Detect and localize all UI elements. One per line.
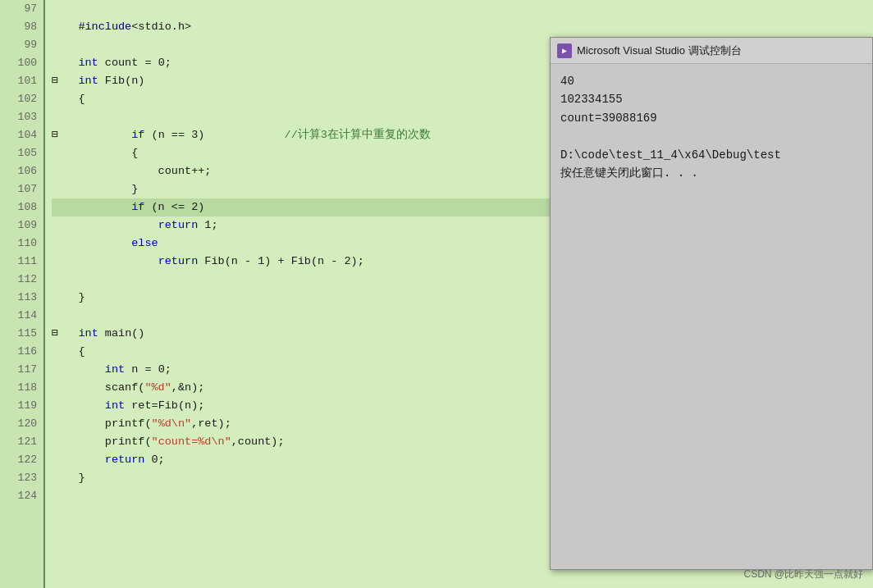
line-number: 106 bbox=[0, 162, 43, 180]
debug-output-line bbox=[560, 127, 862, 145]
line-number: 110 bbox=[0, 235, 43, 253]
debug-console: ▶ Microsoft Visual Studio 调试控制台 40102334… bbox=[550, 37, 873, 570]
line-number: 108 bbox=[0, 198, 43, 217]
line-number: 105 bbox=[0, 144, 43, 162]
line-number: 104 bbox=[0, 126, 43, 144]
code-line bbox=[52, 271, 550, 289]
code-line: int ret=Fib(n); bbox=[52, 397, 550, 415]
line-numbers: 9798991001011021031041051061071081091101… bbox=[0, 0, 45, 588]
debug-output-line: 按任意键关闭此窗口. . . bbox=[560, 164, 862, 182]
code-line: int n = 0; bbox=[52, 361, 550, 379]
debug-output-line: D:\code\test_11_4\x64\Debug\test bbox=[560, 146, 862, 164]
code-line: { bbox=[52, 144, 550, 162]
line-number: 114 bbox=[0, 307, 43, 325]
code-line: #include<stdio.h> bbox=[52, 18, 550, 36]
code-line: printf("count=%d\n",count); bbox=[52, 433, 550, 451]
debug-output: 40102334155count=39088169 D:\code\test_1… bbox=[551, 64, 872, 569]
line-number: 107 bbox=[0, 180, 43, 198]
line-number: 116 bbox=[0, 343, 43, 361]
code-line: printf("%d\n",ret); bbox=[52, 415, 550, 433]
code-line: } bbox=[52, 180, 550, 198]
code-line: { bbox=[52, 343, 550, 361]
line-number: 123 bbox=[0, 469, 43, 487]
code-line: return 1; bbox=[52, 217, 550, 235]
code-line bbox=[52, 487, 550, 505]
line-number: 98 bbox=[0, 18, 43, 36]
code-lines: #include<stdio.h> int count = 0;⊟ int Fi… bbox=[45, 0, 550, 588]
line-number: 101 bbox=[0, 72, 43, 90]
line-number: 102 bbox=[0, 90, 43, 108]
code-line: else bbox=[52, 235, 550, 253]
line-number: 111 bbox=[0, 253, 43, 271]
code-line: ⊟ int Fib(n) bbox=[52, 72, 550, 90]
line-number: 97 bbox=[0, 0, 43, 18]
watermark: CSDN @比昨天强一点就好 bbox=[743, 567, 863, 581]
code-line: return Fib(n - 1) + Fib(n - 2); bbox=[52, 253, 550, 271]
editor-container: 9798991001011021031041051061071081091101… bbox=[0, 0, 873, 588]
line-number: 100 bbox=[0, 54, 43, 72]
line-number: 109 bbox=[0, 217, 43, 235]
line-number: 115 bbox=[0, 325, 43, 343]
line-number: 120 bbox=[0, 415, 43, 433]
debug-output-line: 102334155 bbox=[560, 90, 862, 108]
line-number: 118 bbox=[0, 379, 43, 397]
debug-output-line: count=39088169 bbox=[560, 109, 862, 127]
line-number: 117 bbox=[0, 361, 43, 379]
code-line bbox=[52, 0, 550, 18]
line-number: 99 bbox=[0, 36, 43, 54]
code-line: count++; bbox=[52, 162, 550, 180]
line-number: 113 bbox=[0, 289, 43, 307]
code-line: } bbox=[52, 469, 550, 487]
code-line: ⊟ int main() bbox=[52, 325, 550, 343]
line-number: 124 bbox=[0, 487, 43, 505]
debug-titlebar: ▶ Microsoft Visual Studio 调试控制台 bbox=[551, 38, 872, 64]
code-line: } bbox=[52, 289, 550, 307]
line-number: 119 bbox=[0, 397, 43, 415]
code-line bbox=[52, 36, 550, 54]
code-line bbox=[52, 307, 550, 325]
code-line: return 0; bbox=[52, 451, 550, 469]
code-line: if (n <= 2) bbox=[52, 198, 550, 217]
line-number: 121 bbox=[0, 433, 43, 451]
code-line: ⊟ if (n == 3) //计算3在计算中重复的次数 bbox=[52, 126, 550, 144]
debug-output-line: 40 bbox=[560, 72, 862, 90]
line-number: 112 bbox=[0, 271, 43, 289]
line-number: 122 bbox=[0, 451, 43, 469]
code-line: { bbox=[52, 90, 550, 108]
vs-icon-label: ▶ bbox=[562, 46, 567, 56]
code-line bbox=[52, 108, 550, 126]
vs-icon: ▶ bbox=[557, 43, 572, 58]
code-line: scanf("%d",&n); bbox=[52, 379, 550, 397]
code-line: int count = 0; bbox=[52, 54, 550, 72]
code-area: 9798991001011021031041051061071081091101… bbox=[0, 0, 550, 588]
line-number: 103 bbox=[0, 108, 43, 126]
debug-title: Microsoft Visual Studio 调试控制台 bbox=[577, 43, 742, 58]
